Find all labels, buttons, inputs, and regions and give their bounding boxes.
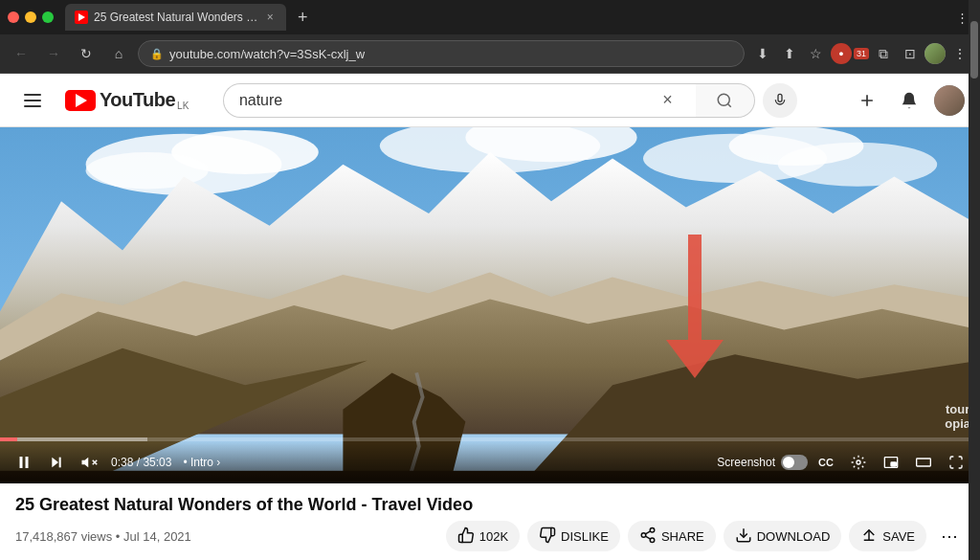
- svg-rect-20: [59, 458, 61, 468]
- youtube-logo-icon: [65, 90, 96, 111]
- window-minimize-button[interactable]: [25, 11, 36, 23]
- url-text: youtube.com/watch?v=3SsK-cxlj_w: [169, 47, 732, 61]
- volume-mute-icon: [80, 454, 98, 471]
- video-meta: 17,418,867 views • Jul 14, 2021: [15, 521, 965, 551]
- download-icon[interactable]: ⬇: [750, 41, 775, 66]
- extension-controls: ⋮: [956, 11, 969, 25]
- svg-line-31: [645, 536, 650, 539]
- video-actions: 102K DISLIKE: [446, 521, 965, 551]
- video-stats: 17,418,867 views • Jul 14, 2021: [15, 529, 446, 544]
- play-pause-button[interactable]: [10, 448, 38, 477]
- share-label: SHARE: [661, 529, 704, 544]
- menu-button[interactable]: [15, 83, 50, 118]
- save-button[interactable]: SAVE: [849, 521, 926, 551]
- pause-icon: [15, 454, 33, 471]
- video-info: 25 Greatest Natural Wonders of the World…: [0, 483, 980, 560]
- dislike-button[interactable]: DISLIKE: [527, 521, 620, 551]
- fullscreen-button[interactable]: [942, 448, 970, 477]
- search-bar[interactable]: ×: [223, 83, 696, 118]
- video-content-area: tour opia: [0, 127, 980, 560]
- dislike-label: DISLIKE: [561, 529, 609, 544]
- subtitles-button[interactable]: CC: [812, 448, 840, 477]
- refresh-button[interactable]: ↻: [73, 40, 100, 67]
- youtube-app: YouTube LK ×: [0, 74, 980, 560]
- next-button[interactable]: [42, 448, 71, 477]
- hamburger-line: [24, 105, 41, 107]
- back-button[interactable]: ←: [8, 40, 34, 67]
- user-account-button[interactable]: [934, 85, 965, 116]
- svg-point-9: [778, 143, 937, 187]
- share-button[interactable]: SHARE: [628, 521, 716, 551]
- thumbs-down-icon: [539, 526, 556, 547]
- browser-toolbar-right: ⬇ ⬆ ☆ ● 31 ⧉ ⊡ ⋮: [750, 41, 972, 66]
- tab-title: 25 Greatest Natural Wonders …: [94, 11, 257, 24]
- window-maximize-button[interactable]: [42, 11, 54, 23]
- notifications-button[interactable]: [892, 83, 926, 118]
- share-icon[interactable]: ⬆: [777, 41, 802, 66]
- profile-initial: ●: [838, 49, 843, 58]
- address-bar[interactable]: 🔒 youtube.com/watch?v=3SsK-cxlj_w: [138, 40, 745, 67]
- hamburger-line: [24, 100, 41, 101]
- thumbs-up-icon: [457, 526, 475, 547]
- youtube-wordmark: YouTube: [100, 89, 175, 111]
- youtube-play-icon: [76, 94, 87, 107]
- video-frame: [0, 127, 980, 483]
- extension-count-badge: 31: [854, 48, 869, 59]
- tab-close-button[interactable]: ×: [263, 11, 277, 24]
- screenshot-badge: Screenshot: [717, 455, 808, 470]
- svg-point-28: [650, 527, 655, 532]
- scrollbar-thumb[interactable]: [970, 21, 978, 78]
- bookmark-star-icon[interactable]: ☆: [804, 41, 829, 66]
- browser-scrollbar[interactable]: [969, 0, 980, 560]
- browser-profile-badge: ●: [831, 43, 852, 64]
- tab-manager-icon[interactable]: ⊡: [898, 41, 923, 66]
- home-button[interactable]: ⌂: [105, 40, 132, 67]
- create-button[interactable]: [850, 83, 884, 118]
- extensions-icon[interactable]: ⧉: [871, 41, 896, 66]
- save-icon: [860, 526, 878, 547]
- svg-rect-18: [26, 457, 29, 468]
- search-clear-button[interactable]: ×: [655, 90, 680, 110]
- youtube-logo[interactable]: YouTube LK: [65, 89, 189, 111]
- svg-rect-17: [20, 457, 23, 468]
- settings-button[interactable]: [844, 448, 873, 477]
- download-icon: [735, 526, 752, 547]
- more-options-button[interactable]: ⋯: [934, 521, 965, 551]
- current-time: 0:38 / 35:03: [111, 456, 171, 469]
- miniplayer-icon: [883, 455, 899, 470]
- svg-point-30: [650, 538, 655, 543]
- video-player[interactable]: tour opia: [0, 127, 980, 483]
- search-input[interactable]: [239, 92, 655, 109]
- video-watermark: tour opia: [945, 402, 970, 432]
- download-label: DOWNLOAD: [757, 529, 831, 544]
- active-tab[interactable]: 25 Greatest Natural Wonders … ×: [65, 4, 286, 31]
- svg-rect-27: [917, 459, 931, 466]
- search-submit-button[interactable]: [696, 83, 755, 118]
- watermark-line2: opia: [945, 416, 970, 432]
- tab-bar: 25 Greatest Natural Wonders … × + ⋮: [0, 0, 980, 34]
- next-icon: [49, 455, 64, 470]
- mute-button[interactable]: [75, 448, 103, 477]
- save-label: SAVE: [882, 529, 915, 544]
- miniplayer-button[interactable]: [877, 448, 905, 477]
- forward-button[interactable]: →: [40, 40, 67, 67]
- theater-mode-button[interactable]: [909, 448, 938, 477]
- settings-icon: [851, 455, 866, 470]
- window-close-button[interactable]: [8, 11, 19, 23]
- svg-marker-19: [52, 458, 58, 468]
- address-bar-row: ← → ↻ ⌂ 🔒 youtube.com/watch?v=3SsK-cxlj_…: [0, 34, 980, 73]
- svg-point-24: [857, 460, 860, 464]
- browser-user-avatar[interactable]: [924, 43, 946, 64]
- svg-point-29: [641, 532, 646, 537]
- voice-search-button[interactable]: [763, 83, 797, 118]
- lock-icon: 🔒: [150, 48, 164, 60]
- screenshot-toggle[interactable]: [781, 455, 808, 470]
- new-tab-button[interactable]: +: [290, 5, 315, 30]
- like-count: 102K: [479, 529, 508, 544]
- microphone-icon: [772, 93, 788, 108]
- fullscreen-icon: [948, 455, 964, 470]
- youtube-country-badge: LK: [177, 101, 189, 111]
- youtube-header: YouTube LK ×: [0, 74, 980, 127]
- download-button[interactable]: DOWNLOAD: [724, 521, 842, 551]
- like-button[interactable]: 102K: [446, 521, 520, 551]
